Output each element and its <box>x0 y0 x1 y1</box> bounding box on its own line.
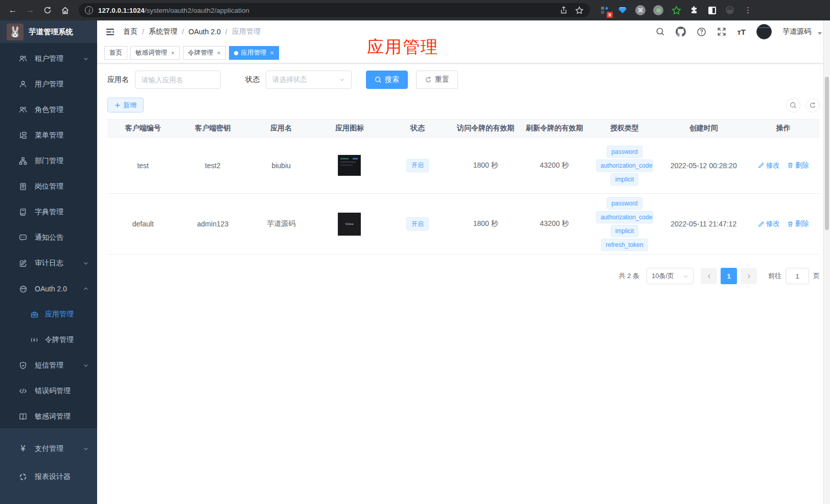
user-name[interactable]: 芋道源码 <box>782 27 811 36</box>
sidebar-item-oauth-token[interactable]: 令牌管理 <box>0 327 97 353</box>
delete-link[interactable]: 删除 <box>787 219 809 228</box>
edit-link[interactable]: 修改 <box>758 219 780 228</box>
browser-menu-icon[interactable]: ⋮ <box>744 6 752 15</box>
message-icon <box>18 234 28 242</box>
edit-label: 修改 <box>766 219 780 228</box>
sidebar-item-report[interactable]: 报表设计器 <box>0 463 97 491</box>
tab-home[interactable]: 首页 <box>104 46 127 60</box>
col-header-status: 状态 <box>384 124 451 133</box>
browser-refresh-button[interactable] <box>40 3 55 18</box>
sidebar-item-audit[interactable]: 审计日志 <box>0 250 97 276</box>
breadcrumb-oauth[interactable]: OAuth 2.0 <box>189 28 221 36</box>
toggle-search-button[interactable] <box>786 98 800 112</box>
extension-record-icon[interactable] <box>653 5 664 16</box>
font-size-icon[interactable]: ᴛT <box>737 28 746 36</box>
sidebar-item-label: 菜单管理 <box>35 131 89 140</box>
sidebar-item-label: 通知公告 <box>35 233 89 242</box>
extension-command-icon[interactable]: ⌘ <box>635 5 646 16</box>
split-screen-icon[interactable] <box>706 5 718 16</box>
reset-button[interactable]: 重置 <box>416 71 458 89</box>
sidebar-item-dict[interactable]: 字典管理 <box>0 199 97 225</box>
app-title: 芋道管理系统 <box>29 27 73 37</box>
share-icon[interactable] <box>560 6 568 14</box>
sidebar-item-sms[interactable]: 短信管理 <box>0 353 97 378</box>
sidebar-item-label: 角色管理 <box>35 105 89 114</box>
sidebar-item-label: 租户管理 <box>35 54 83 63</box>
sidebar-item-label: 支付管理 <box>35 444 83 453</box>
prev-page-button[interactable] <box>701 268 717 284</box>
sidebar-item-dept[interactable]: 部门管理 <box>0 148 97 174</box>
url-text[interactable]: 127.0.0.1:1024/system/oauth2/oauth2/appl… <box>98 7 555 14</box>
edit-link[interactable]: 修改 <box>758 161 780 170</box>
user-avatar[interactable] <box>756 24 772 39</box>
fullscreen-icon[interactable] <box>717 27 726 36</box>
page-number-1[interactable]: 1 <box>721 268 737 284</box>
close-icon[interactable]: × <box>171 50 175 57</box>
extensions-puzzle-icon[interactable] <box>688 5 700 16</box>
extension-gem-icon[interactable] <box>617 5 628 16</box>
next-page-button[interactable] <box>741 268 757 284</box>
delete-label: 删除 <box>795 219 809 228</box>
profile-emoji-icon[interactable]: 😀 <box>724 5 735 16</box>
bookmark-star-icon[interactable] <box>575 6 584 15</box>
sidebar-item-role[interactable]: 角色管理 <box>0 97 97 123</box>
cell-refresh-validity: 43200 秒 <box>520 219 589 228</box>
goto-suffix: 页 <box>813 271 820 281</box>
sidebar-item-oauth-app[interactable]: 应用管理 <box>0 302 97 327</box>
sidebar-item-tenant[interactable]: 租户管理 <box>0 46 97 72</box>
tab-token[interactable]: 令牌管理 × <box>183 46 226 60</box>
status-select[interactable]: 请选择状态 <box>266 71 352 89</box>
close-icon[interactable]: × <box>217 50 221 57</box>
github-icon[interactable] <box>676 27 686 37</box>
extension-star-icon[interactable] <box>671 5 682 16</box>
delete-link[interactable]: 删除 <box>787 161 809 170</box>
sidebar-item-menu[interactable]: 菜单管理 <box>0 123 97 148</box>
goto-page-input[interactable] <box>786 268 809 284</box>
tab-sensitive[interactable]: 敏感词管理 × <box>130 46 180 60</box>
breadcrumb-system[interactable]: 系统管理 <box>149 27 177 36</box>
sidebar-item-sensitive[interactable]: 敏感词管理 <box>0 404 97 429</box>
extension-grid-icon[interactable]: 9 <box>599 5 610 16</box>
sidebar-item-label: 审计日志 <box>35 259 83 268</box>
table-row: test test2 biubiu 开启 1800 秒 43200 秒 pass… <box>107 137 820 193</box>
browser-forward-button[interactable]: → <box>22 3 38 18</box>
sidebar-item-errcode[interactable]: 错误码管理 <box>0 378 97 404</box>
sidebar-logo[interactable]: 🐰 芋道管理系统 <box>0 20 97 43</box>
sidebar-item-notice[interactable]: 通知公告 <box>0 225 97 250</box>
search-icon[interactable] <box>656 27 665 36</box>
filter-form: 应用名 状态 请选择状态 搜索 重置 <box>107 71 820 89</box>
code-icon <box>18 387 28 395</box>
sidebar-item-user[interactable]: 用户管理 <box>0 72 97 97</box>
browser-home-button[interactable] <box>57 3 73 18</box>
add-button[interactable]: 新增 <box>107 98 144 112</box>
sidebar-item-pay[interactable]: ¥ 支付管理 <box>0 434 97 463</box>
breadcrumb: 首页 / 系统管理 / OAuth 2.0 / 应用管理 <box>123 27 261 36</box>
plus-icon <box>114 102 121 108</box>
address-bar[interactable]: i 127.0.0.1:1024/system/oauth2/oauth2/ap… <box>79 3 590 17</box>
cell-created: 2022-05-12 00:28:20 <box>660 162 747 170</box>
sidebar-item-post[interactable]: 岗位管理 <box>0 174 97 199</box>
refresh-table-button[interactable] <box>805 98 820 112</box>
search-button[interactable]: 搜索 <box>366 71 408 89</box>
grant-tag: implicit <box>611 225 639 237</box>
cell-icon: Gitee <box>315 213 384 236</box>
help-icon[interactable] <box>697 27 706 37</box>
scrollbar-track[interactable] <box>823 20 830 504</box>
search-icon <box>375 76 382 83</box>
search-icon <box>790 102 797 109</box>
site-info-icon[interactable]: i <box>85 6 93 14</box>
close-icon[interactable]: × <box>270 50 274 57</box>
breadcrumb-current: 应用管理 <box>232 27 261 36</box>
tab-application[interactable]: 应用管理 × <box>229 46 279 60</box>
sidebar-item-oauth[interactable]: OAuth 2.0 <box>0 276 97 302</box>
breadcrumb-home[interactable]: 首页 <box>123 27 137 36</box>
col-header-grant-types: 授权类型 <box>589 124 660 133</box>
sidebar-fold-icon[interactable] <box>105 27 115 37</box>
page-size-select[interactable]: 10条/页 <box>647 268 694 284</box>
tab-active-dot <box>234 51 238 55</box>
app-name-input[interactable] <box>135 71 221 89</box>
user-menu-caret-icon[interactable] <box>818 32 822 35</box>
browser-back-button[interactable]: ← <box>5 3 20 18</box>
pagination-total: 共 2 条 <box>619 271 639 281</box>
scrollbar-thumb[interactable] <box>825 77 829 230</box>
